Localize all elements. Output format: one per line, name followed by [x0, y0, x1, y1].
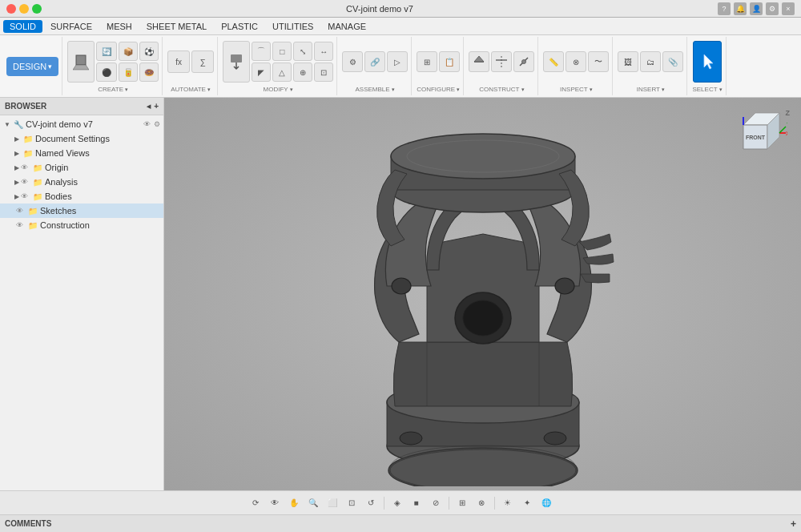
menu-solid[interactable]: SOLID [3, 20, 42, 33]
close-button[interactable] [6, 4, 16, 14]
nav-zoom-window[interactable]: ⬜ [324, 494, 341, 512]
nav-render-style[interactable]: ■ [408, 494, 425, 512]
settings-button[interactable]: ⚙ [766, 2, 779, 15]
create-cylinder-button[interactable]: 🥫 [119, 62, 138, 82]
nav-zoom[interactable]: 🔍 [304, 494, 322, 512]
inspect-measure[interactable]: 📏 [543, 51, 564, 72]
inspect-curvature[interactable]: 〜 [588, 51, 609, 72]
assemble-label[interactable]: ASSEMBLE ▾ [356, 86, 395, 93]
create-sphere-button[interactable]: ⚽ [139, 42, 159, 61]
nav-effects[interactable]: ✦ [518, 494, 536, 512]
browser-add-icon[interactable]: + [154, 102, 159, 111]
nav-orbit[interactable]: ⟳ [247, 494, 264, 512]
insert-label[interactable]: INSERT ▾ [637, 86, 665, 93]
assemble-drive[interactable]: ▷ [387, 51, 408, 72]
close-app-button[interactable]: × [782, 2, 795, 15]
tree-arrow-root[interactable]: ▼ [3, 120, 11, 128]
modify-draft[interactable]: △ [272, 62, 292, 82]
comments-add-icon[interactable]: + [791, 518, 796, 530]
tree-item-root[interactable]: ▼ 🔧 CV-joint demo v7 👁 ⚙ [0, 117, 163, 131]
tree-item-analysis[interactable]: ▶ 👁 📁 Analysis [0, 175, 163, 189]
settings-icon-root[interactable]: ⚙ [154, 120, 160, 128]
insert-mesh[interactable]: 🗂 [640, 51, 661, 72]
tree-arrow-doc[interactable]: ▶ [13, 135, 21, 143]
nav-look-at[interactable]: 👁 [266, 494, 284, 512]
modify-fillet[interactable]: ⌒ [252, 42, 271, 61]
menu-plastic[interactable]: PLASTIC [215, 20, 264, 33]
nav-environment[interactable]: 🌐 [537, 494, 555, 512]
configure-section: ⊞ 📋 CONFIGURE ▾ [413, 37, 464, 95]
create-torus-button[interactable]: 🍩 [139, 62, 159, 82]
inspect-label[interactable]: INSPECT ▾ [560, 86, 593, 93]
create-extrude-button[interactable] [67, 41, 95, 83]
nav-grid[interactable]: ⊞ [453, 494, 471, 512]
tree-item-construction[interactable]: 👁 📁 Construction [0, 218, 163, 232]
nav-perspective[interactable]: ◈ [388, 494, 406, 512]
view-cube[interactable]: Z FRONT [735, 106, 791, 162]
eye-icon-origin[interactable]: 👁 [21, 163, 30, 171]
tree-item-bodies[interactable]: ▶ 👁 📁 Bodies [0, 189, 163, 204]
tree-arrow-analysis[interactable]: ▶ [13, 178, 21, 186]
assemble-rigid[interactable]: 🔗 [364, 51, 385, 72]
construct-offset-plane[interactable] [469, 51, 489, 72]
eye-icon-analysis[interactable]: 👁 [21, 178, 30, 186]
modify-shell[interactable]: □ [272, 42, 292, 61]
create-hole-button[interactable]: ⚫ [96, 62, 117, 82]
automate-label[interactable]: AUTOMATE ▾ [171, 86, 211, 93]
select-label[interactable]: SELECT ▾ [692, 86, 722, 93]
tree-item-sketches[interactable]: 👁 📁 Sketches [0, 204, 163, 218]
nav-fit-all[interactable]: ⊡ [343, 494, 360, 512]
tree-arrow-origin[interactable]: ▶ [13, 163, 21, 171]
menu-utilities[interactable]: UTILITIES [266, 20, 320, 33]
maximize-button[interactable] [32, 4, 42, 14]
eye-icon-root[interactable]: 👁 [143, 120, 153, 128]
help-button[interactable]: ? [718, 2, 731, 15]
tree-arrow-named-views[interactable]: ▶ [13, 149, 21, 157]
insert-attach[interactable]: 📎 [662, 51, 683, 72]
create-revolve-button[interactable]: 🔄 [96, 42, 117, 61]
configure-btn1[interactable]: ⊞ [417, 51, 437, 72]
nav-pan[interactable]: ✋ [285, 494, 303, 512]
construct-axis[interactable] [513, 51, 534, 72]
browser-collapse-icon[interactable]: ◂ [147, 102, 151, 111]
select-button[interactable] [693, 41, 722, 83]
inspect-interference[interactable]: ⊗ [566, 51, 586, 72]
nav-shadow[interactable]: ☀ [499, 494, 517, 512]
modify-move[interactable]: ↔ [314, 42, 333, 61]
construct-midplane[interactable] [491, 51, 512, 72]
modify-press-pull[interactable] [223, 41, 250, 83]
eye-icon-bodies[interactable]: 👁 [21, 192, 30, 200]
configure-label[interactable]: CONFIGURE ▾ [417, 86, 460, 93]
design-button[interactable]: DESIGN ▾ [6, 57, 58, 76]
tree-item-origin[interactable]: ▶ 👁 📁 Origin [0, 160, 163, 175]
menu-manage[interactable]: MANAGE [321, 20, 372, 33]
menu-mesh[interactable]: MESH [100, 20, 139, 33]
modify-scale[interactable]: ⤡ [293, 42, 312, 61]
create-box-button[interactable]: 📦 [119, 42, 138, 61]
tree-arrow-bodies[interactable]: ▶ [13, 192, 21, 200]
modify-label[interactable]: MODIFY ▾ [264, 86, 293, 93]
assemble-joint[interactable]: ⚙ [342, 51, 363, 72]
menu-surface[interactable]: SURFACE [44, 20, 99, 33]
automate-formula[interactable]: ∑ [191, 50, 214, 73]
notification-button[interactable]: 🔔 [734, 2, 747, 15]
nav-roll[interactable]: ↺ [362, 494, 380, 512]
tree-item-named-views[interactable]: ▶ 📁 Named Views [0, 146, 163, 160]
eye-icon-sketches[interactable]: 👁 [16, 207, 26, 215]
nav-snap[interactable]: ⊗ [473, 494, 490, 512]
automate-param[interactable]: fx [167, 50, 190, 73]
account-button[interactable]: 👤 [750, 2, 763, 15]
modify-align[interactable]: ⊡ [314, 62, 333, 82]
tree-item-doc-settings[interactable]: ▶ 📁 Document Settings [0, 131, 163, 146]
menu-sheet-metal[interactable]: SHEET METAL [140, 20, 213, 33]
eye-icon-construction[interactable]: 👁 [16, 221, 26, 229]
modify-chamfer[interactable]: ◤ [252, 62, 271, 82]
nav-section[interactable]: ⊘ [427, 494, 445, 512]
viewport[interactable]: Z FRONT [164, 98, 801, 490]
create-label[interactable]: CREATE ▾ [98, 86, 128, 93]
construct-label[interactable]: CONSTRUCT ▾ [479, 86, 524, 93]
insert-decal[interactable]: 🖼 [618, 51, 638, 72]
modify-combine[interactable]: ⊕ [293, 62, 312, 82]
minimize-button[interactable] [19, 4, 29, 14]
configure-btn2[interactable]: 📋 [439, 51, 460, 72]
